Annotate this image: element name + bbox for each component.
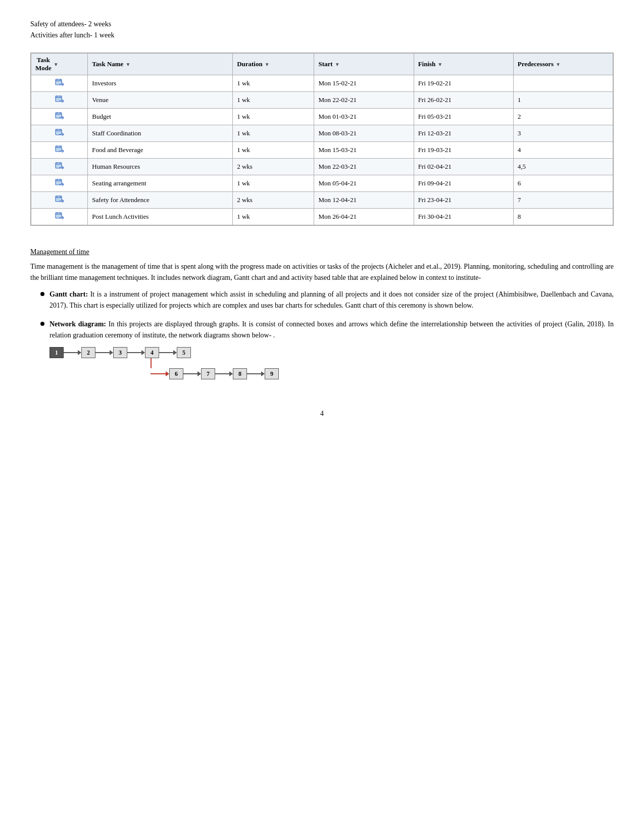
nd-arrow-7-8 bbox=[215, 371, 233, 376]
start-cell: Mon 22-02-21 bbox=[314, 92, 414, 109]
svg-rect-40 bbox=[56, 213, 62, 218]
svg-rect-25 bbox=[56, 163, 62, 168]
nd-arrow-6-7 bbox=[183, 371, 201, 376]
table-row: Post Lunch Activities1 wkMon 26-04-21Fri… bbox=[31, 209, 613, 225]
finish-cell: Fri 26-02-21 bbox=[414, 92, 513, 109]
duration-cell: 1 wk bbox=[233, 142, 314, 159]
task-mode-cell bbox=[31, 142, 88, 159]
bullet-gantt-text: Gantt chart: It is a instrument of proje… bbox=[49, 289, 614, 312]
duration-cell: 1 wk bbox=[233, 109, 314, 125]
task-mode-icon bbox=[55, 78, 64, 87]
intro-line2: Activities after lunch- 1 week bbox=[30, 31, 614, 39]
finish-cell: Fri 23-04-21 bbox=[414, 192, 513, 209]
task-name-cell: Post Lunch Activities bbox=[88, 209, 233, 225]
col-predecessors-label: Predecessors bbox=[518, 60, 554, 68]
start-cell: Mon 22-03-21 bbox=[314, 159, 414, 175]
task-name-cell: Investors bbox=[88, 75, 233, 92]
predecessors-cell: 2 bbox=[513, 109, 613, 125]
intro-paragraph: Time management is the management of tim… bbox=[30, 261, 614, 284]
task-mode-cell bbox=[31, 175, 88, 192]
table-row: Venue1 wkMon 22-02-21Fri 26-02-211 bbox=[31, 92, 613, 109]
bullet-network: Network diagram: In this projects are di… bbox=[40, 319, 614, 380]
table-row: Human Resources2 wksMon 22-03-21Fri 02-0… bbox=[31, 159, 613, 175]
task-mode-icon bbox=[55, 128, 64, 137]
col-task-mode: TaskMode ▼ bbox=[31, 54, 88, 75]
nd-node-4: 4 bbox=[145, 347, 159, 358]
gantt-body: It is a instrument of project management… bbox=[49, 290, 614, 309]
start-cell: Mon 12-04-21 bbox=[314, 192, 414, 209]
table-row: Safety for Attendence2 wksMon 12-04-21Fr… bbox=[31, 192, 613, 209]
network-diagram: 1 2 3 4 5 bbox=[49, 347, 614, 379]
table-body: Investors1 wkMon 15-02-21Fri 19-02-21 Ve… bbox=[31, 75, 613, 225]
intro-line1: Safety of attendees- 2 weeks bbox=[30, 20, 614, 28]
duration-arrow-icon[interactable]: ▼ bbox=[265, 62, 270, 67]
svg-rect-20 bbox=[56, 146, 62, 152]
start-arrow-icon[interactable]: ▼ bbox=[335, 62, 340, 67]
col-start-label: Start bbox=[318, 60, 332, 68]
svg-rect-15 bbox=[56, 129, 62, 135]
predecessors-cell bbox=[513, 75, 613, 92]
task-name-cell: Human Resources bbox=[88, 159, 233, 175]
start-cell: Mon 01-03-21 bbox=[314, 109, 414, 125]
task-mode-cell bbox=[31, 75, 88, 92]
svg-rect-0 bbox=[56, 79, 62, 85]
nd-node-7: 7 bbox=[201, 368, 215, 379]
task-mode-icon bbox=[55, 111, 64, 120]
task-mode-icon bbox=[55, 161, 64, 170]
task-mode-cell bbox=[31, 92, 88, 109]
nd-arrow-8-9 bbox=[247, 371, 265, 376]
task-name-cell: Food and Beverage bbox=[88, 142, 233, 159]
duration-cell: 2 wks bbox=[233, 159, 314, 175]
svg-rect-10 bbox=[56, 113, 62, 118]
task-name-arrow-icon[interactable]: ▼ bbox=[125, 62, 130, 67]
network-top-row: 1 2 3 4 5 bbox=[49, 347, 614, 358]
task-mode-cell bbox=[31, 192, 88, 209]
start-cell: Mon 15-02-21 bbox=[314, 75, 414, 92]
duration-cell: 1 wk bbox=[233, 175, 314, 192]
finish-arrow-icon[interactable]: ▼ bbox=[437, 62, 442, 67]
table-row: Staff Coordination1 wkMon 08-03-21Fri 12… bbox=[31, 125, 613, 142]
col-task-mode-label: TaskMode bbox=[35, 56, 52, 72]
nd-node-2: 2 bbox=[81, 347, 95, 358]
nd-node-5: 5 bbox=[177, 347, 191, 358]
col-predecessors: Predecessors ▼ bbox=[513, 54, 613, 75]
task-name-cell: Seating arrangement bbox=[88, 175, 233, 192]
nd-node-1: 1 bbox=[49, 347, 64, 358]
network-body: In this projects are displayed through g… bbox=[49, 320, 614, 339]
nd-vertical-connector bbox=[151, 358, 152, 368]
task-mode-cell bbox=[31, 125, 88, 142]
table-row: Budget1 wkMon 01-03-21Fri 05-03-212 bbox=[31, 109, 613, 125]
predecessors-cell: 4,5 bbox=[513, 159, 613, 175]
nd-node-6: 6 bbox=[169, 368, 183, 379]
predecessors-cell: 4 bbox=[513, 142, 613, 159]
start-cell: Mon 08-03-21 bbox=[314, 125, 414, 142]
finish-cell: Fri 09-04-21 bbox=[414, 175, 513, 192]
task-name-cell: Budget bbox=[88, 109, 233, 125]
nd-node-8: 8 bbox=[233, 368, 247, 379]
duration-cell: 1 wk bbox=[233, 92, 314, 109]
svg-rect-5 bbox=[56, 96, 62, 102]
task-table: TaskMode ▼ Task Name ▼ Duration ▼ bbox=[31, 53, 613, 225]
col-finish-label: Finish bbox=[418, 60, 436, 68]
duration-cell: 1 wk bbox=[233, 75, 314, 92]
table-row: Seating arrangement1 wkMon 05-04-21Fri 0… bbox=[31, 175, 613, 192]
bullet-dot-network bbox=[40, 322, 44, 326]
predecessors-arrow-icon[interactable]: ▼ bbox=[556, 62, 561, 67]
finish-cell: Fri 12-03-21 bbox=[414, 125, 513, 142]
col-duration: Duration ▼ bbox=[233, 54, 314, 75]
section-heading: Management of time bbox=[30, 248, 614, 256]
task-mode-icon bbox=[55, 144, 64, 154]
predecessors-cell: 8 bbox=[513, 209, 613, 225]
task-mode-icon bbox=[55, 211, 64, 220]
nd-arrow-to-6 bbox=[152, 371, 169, 376]
network-bottom-row: 6 7 8 9 bbox=[151, 368, 614, 379]
table-header-row: TaskMode ▼ Task Name ▼ Duration ▼ bbox=[31, 54, 613, 75]
nd-arrow-2-3 bbox=[95, 350, 113, 355]
finish-cell: Fri 19-02-21 bbox=[414, 75, 513, 92]
task-name-cell: Staff Coordination bbox=[88, 125, 233, 142]
bullet-dot-gantt bbox=[40, 292, 44, 296]
finish-cell: Fri 02-04-21 bbox=[414, 159, 513, 175]
task-mode-arrow-icon[interactable]: ▼ bbox=[54, 62, 59, 67]
nd-arrow-4-5 bbox=[159, 350, 177, 355]
predecessors-cell: 7 bbox=[513, 192, 613, 209]
